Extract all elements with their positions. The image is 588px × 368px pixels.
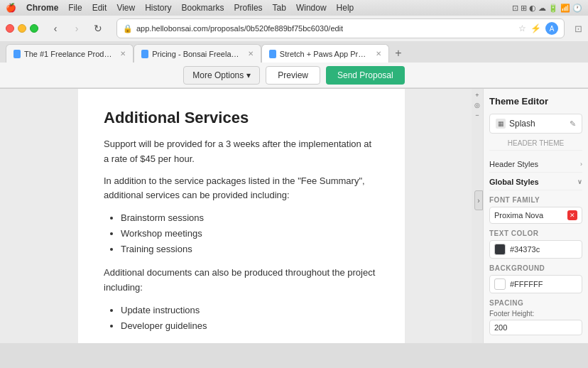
- menu-profiles[interactable]: Profiles: [234, 3, 263, 13]
- chevron-down-icon: ∨: [577, 178, 582, 185]
- more-options-arrow: ▾: [246, 70, 251, 80]
- proposal-content: Additional Services Support will be prov…: [78, 89, 405, 343]
- url-text: app.hellobonsai.com/proposals/0b520fe889…: [136, 24, 343, 33]
- global-styles-row[interactable]: Global Styles ∨: [489, 174, 582, 190]
- more-options-button[interactable]: More Options ▾: [183, 66, 260, 85]
- menu-file[interactable]: File: [68, 3, 82, 13]
- text-color-label: TEXT COLOR: [489, 229, 582, 237]
- section1-para2: In addition to the service packages list…: [104, 174, 379, 204]
- menu-tab[interactable]: Tab: [273, 3, 286, 13]
- list-item: Workshop meetings: [121, 226, 379, 242]
- font-family-field[interactable]: Proxima Nova ✕: [489, 207, 582, 224]
- background-hex: #FFFFFF: [510, 280, 543, 288]
- tab3-close[interactable]: ✕: [376, 50, 381, 58]
- browser-chrome: ‹ › ↻ 🔒 app.hellobonsai.com/proposals/0b…: [0, 16, 588, 89]
- address-icons: ☆ ⚡ A: [518, 22, 558, 35]
- address-bar[interactable]: 🔒 app.hellobonsai.com/proposals/0b520fe8…: [116, 18, 565, 38]
- tab-1[interactable]: The #1 Freelance Product Su... ✕: [6, 44, 134, 63]
- menu-history[interactable]: History: [145, 3, 171, 13]
- tab-bar: The #1 Freelance Product Su... ✕ Pricing…: [0, 41, 588, 63]
- list-item: Update instructions: [121, 303, 379, 318]
- section1-list2: Update instructions Developer guidelines: [121, 303, 379, 334]
- list-item: Brainstorm sessions: [121, 210, 379, 226]
- preview-button[interactable]: Preview: [266, 66, 320, 85]
- tab3-label: Stretch + Paws App Proposal ...: [280, 50, 370, 58]
- menu-bookmarks[interactable]: Bookmarks: [182, 3, 224, 13]
- section1-list1: Brainstorm sessions Workshop meetings Tr…: [121, 210, 379, 257]
- menu-chrome[interactable]: Chrome: [26, 3, 58, 13]
- tab2-close[interactable]: ✕: [248, 50, 254, 58]
- theme-editor-title: Theme Editor: [489, 96, 582, 107]
- global-styles-label: Global Styles: [489, 178, 539, 186]
- section1-para4: The above-mentioned services will be quo…: [104, 342, 379, 343]
- text-color-hex: #34373c: [510, 245, 540, 254]
- header-styles-row[interactable]: Header Styles ›: [489, 156, 582, 173]
- menu-window[interactable]: Window: [296, 3, 327, 13]
- tab3-favicon: [269, 50, 276, 58]
- theme-editor-sidebar: Theme Editor ▦ Splash ✎ HEADER THEME Hea…: [483, 89, 588, 343]
- tab-3[interactable]: Stretch + Paws App Proposal ... ✕: [261, 44, 389, 63]
- background-field[interactable]: #FFFFFF: [489, 275, 582, 293]
- forward-button[interactable]: ›: [68, 20, 85, 37]
- main-area: Additional Services Support will be prov…: [0, 89, 588, 343]
- font-family-value: Proxima Nova: [494, 211, 567, 220]
- header-theme-label: HEADER THEME: [489, 136, 582, 151]
- extensions-icon[interactable]: ⚡: [530, 23, 541, 33]
- maximize-button[interactable]: [30, 24, 38, 33]
- tab2-favicon: [141, 50, 148, 58]
- splash-row[interactable]: ▦ Splash ✎: [489, 114, 582, 134]
- footer-height-input[interactable]: [489, 320, 582, 335]
- collapse-sidebar-button[interactable]: ›: [474, 190, 483, 210]
- text-color-swatch: [494, 244, 506, 255]
- new-tab-button[interactable]: +: [389, 44, 408, 63]
- section1-title: Additional Services: [104, 109, 379, 127]
- proposal-area: Additional Services Support will be prov…: [0, 89, 483, 343]
- tab1-label: The #1 Freelance Product Su...: [24, 50, 114, 58]
- reload-button[interactable]: ↻: [89, 20, 107, 37]
- scroll-zoom-out[interactable]: −: [473, 111, 481, 119]
- background-swatch: [494, 278, 506, 290]
- chevron-right-icon: ›: [580, 161, 582, 168]
- list-item: Developer guidelines: [121, 318, 379, 334]
- menu-view[interactable]: View: [116, 3, 135, 13]
- menu-bar: 🍎 Chrome File Edit View History Bookmark…: [0, 0, 588, 16]
- menu-help[interactable]: Help: [337, 3, 354, 13]
- apple-menu[interactable]: 🍎: [6, 3, 16, 13]
- text-color-field[interactable]: #34373c: [489, 240, 582, 259]
- tab1-close[interactable]: ✕: [120, 50, 126, 58]
- scroll-zoom-in[interactable]: +: [473, 91, 481, 99]
- menu-edit[interactable]: Edit: [92, 3, 107, 13]
- header-styles-label: Header Styles: [489, 160, 538, 168]
- edit-icon[interactable]: ✎: [570, 119, 576, 129]
- send-proposal-button[interactable]: Send Proposal: [326, 66, 405, 85]
- lock-icon: 🔒: [123, 24, 133, 33]
- sidebar-icon[interactable]: ⊡: [575, 23, 582, 34]
- traffic-lights: [6, 24, 38, 33]
- minimize-button[interactable]: [18, 24, 26, 33]
- menu-status-icons: ⊡ ⊞ ◐ ☁ 🔋 📶 🕐: [512, 4, 582, 13]
- scroll-center[interactable]: ◎: [473, 101, 481, 109]
- footer-height-label: Footer Height:: [489, 310, 582, 318]
- profile-icon[interactable]: A: [545, 22, 558, 35]
- tab1-favicon: [13, 50, 21, 58]
- splash-label: Splash: [509, 119, 535, 129]
- splash-icon: ▦: [496, 119, 506, 129]
- font-family-label: FONT FAMILY: [489, 196, 582, 204]
- page-toolbar: More Options ▾ Preview Send Proposal: [0, 63, 588, 88]
- back-button[interactable]: ‹: [47, 20, 64, 37]
- scrollbar[interactable]: + ◎ −: [472, 89, 483, 343]
- browser-toolbar: ‹ › ↻ 🔒 app.hellobonsai.com/proposals/0b…: [0, 16, 588, 41]
- background-label: BACKGROUND: [489, 264, 582, 272]
- splash-left: ▦ Splash: [496, 119, 535, 129]
- section1-para1: Support will be provided for a 3 weeks a…: [104, 137, 379, 167]
- section1-para3: Additional documents can also be produce…: [104, 266, 379, 296]
- list-item: Training sessions: [121, 242, 379, 257]
- tab-2[interactable]: Pricing - Bonsai Freelance S... ✕: [134, 44, 261, 63]
- tab2-label: Pricing - Bonsai Freelance S...: [152, 50, 242, 58]
- font-remove-button[interactable]: ✕: [567, 210, 577, 220]
- more-options-label: More Options: [192, 70, 244, 80]
- close-button[interactable]: [6, 24, 14, 33]
- bookmark-icon[interactable]: ☆: [518, 23, 526, 33]
- spacing-label: SPACING: [489, 299, 582, 307]
